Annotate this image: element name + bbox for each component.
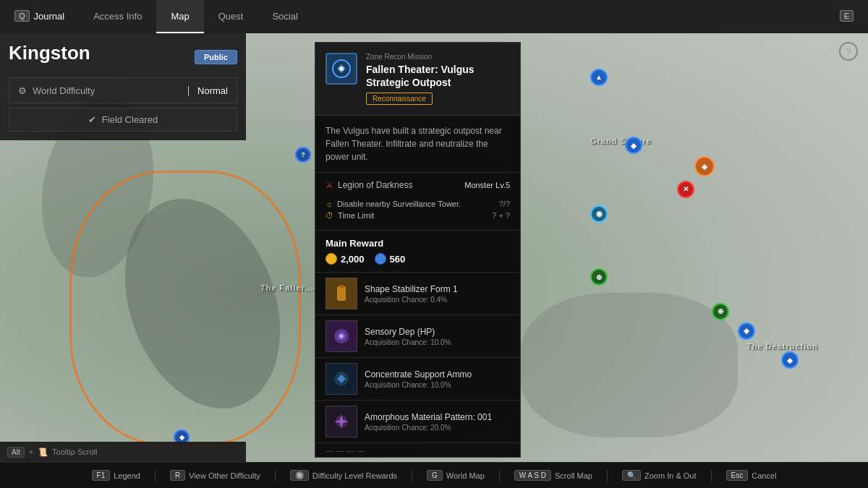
obj-label-2: Time Limit <box>338 211 374 220</box>
world-difficulty-row: ⚙ World Difficulty ｜ Normal <box>9 77 237 103</box>
svg-point-1 <box>339 67 344 71</box>
tooltip-icon: 📜 <box>38 448 48 457</box>
location-name: Kingston <box>9 42 90 64</box>
popup-header: Zone Recon Mission Fallen Theater: Vulgu… <box>315 43 520 116</box>
item-chance-3: Acquisition Chance: 10.0% <box>365 381 510 389</box>
marker-10[interactable]: ? <box>295 147 311 163</box>
label-scroll-map: Scroll Map <box>555 471 592 480</box>
nav-item-quest[interactable]: Quest <box>204 0 258 33</box>
objective-row-1: ☼ Disable nearby Surveillance Tower. ?/? <box>326 200 510 208</box>
key-g: G <box>427 470 443 481</box>
svg-rect-3 <box>339 285 344 288</box>
divider-3 <box>412 470 412 481</box>
reward-item-3: Concentrate Support Ammo Acquisition Cha… <box>315 357 520 400</box>
reward-item-2: Sensory Dep (HP) Acquisition Chance: 10.… <box>315 314 520 357</box>
key-r: R <box>170 470 185 481</box>
marker-4[interactable]: ◉ <box>590 205 608 223</box>
item-info-1: Shape Stabilizer Form 1 Acquisition Chan… <box>365 284 510 304</box>
item-info-2: Sensory Dep (HP) Acquisition Chance: 10.… <box>365 327 510 346</box>
item-img-4 <box>326 406 357 437</box>
item-chance-1: Acquisition Chance: 0.4% <box>365 296 510 304</box>
bottom-legend: F1 Legend <box>92 470 140 481</box>
item-img-2 <box>326 320 357 352</box>
svg-point-6 <box>340 335 343 338</box>
world-difficulty-value: Normal <box>197 85 228 96</box>
key-wasd: W A S D <box>514 470 551 481</box>
popup-description: The Vulgus have built a strategic outpos… <box>315 116 520 173</box>
label-world-map: World Map <box>446 471 485 480</box>
tooltip-label: Tooltip Scroll <box>52 448 97 456</box>
obj-icon-1: ☼ <box>326 200 333 208</box>
item-info-4: Amorphous Material Pattern: 001 Acquisit… <box>365 412 510 432</box>
public-badge-button[interactable]: Public <box>195 50 237 64</box>
label-difficulty-rewards: Difficulty Level Rewards <box>312 471 397 480</box>
item-chance-4: Acquisition Chance: 20.0% <box>365 424 510 432</box>
key-hint-q: Q <box>14 10 30 22</box>
item-img-1 <box>326 278 357 309</box>
nav-item-e[interactable]: E <box>825 0 868 33</box>
main-reward-title: Main Reward <box>315 231 520 253</box>
marker-1[interactable]: ▲ <box>590 69 608 86</box>
bottom-cancel[interactable]: Esc Cancel <box>726 470 777 481</box>
mission-icon <box>326 53 357 85</box>
obj-value-1: ?/? <box>499 200 510 208</box>
nav-item-journal[interactable]: Q Journal <box>0 0 79 33</box>
divider-6 <box>711 470 712 481</box>
item-name-2: Sensory Dep (HP) <box>365 327 510 337</box>
world-difficulty-separator: ｜ <box>184 84 193 97</box>
key-joystick: 🔘 <box>290 470 309 481</box>
svg-rect-2 <box>337 286 346 301</box>
bottom-other-difficulty[interactable]: R View Other Difficulty <box>170 470 260 481</box>
terrain-shape-3 <box>521 293 738 437</box>
nav-label-access-info: Access Info <box>93 11 142 22</box>
popup-title: Fallen Theater: Vulgus Strategic Outpost <box>366 63 510 89</box>
key-esc: Esc <box>726 470 749 481</box>
divider-5 <box>607 470 608 481</box>
world-difficulty-icon: ⚙ <box>18 85 27 96</box>
item-img-3 <box>326 363 357 395</box>
bottom-difficulty-rewards[interactable]: 🔘 Difficulty Level Rewards <box>290 470 397 481</box>
reward-item-1: Shape Stabilizer Form 1 Acquisition Chan… <box>315 272 520 314</box>
nav-item-access-info[interactable]: Access Info <box>79 0 156 33</box>
obj-value-2: ? + ? <box>492 211 510 220</box>
world-difficulty-label: World Difficulty <box>33 85 95 96</box>
field-cleared-label: Field Cleared <box>102 114 158 125</box>
sidebar: Kingston Public ⚙ World Difficulty ｜ Nor… <box>0 33 246 140</box>
label-zoom: Zoom In & Out <box>644 471 697 480</box>
obj-icon-2: ⏱ <box>326 211 333 220</box>
reward-item-partial: — — — — <box>315 442 520 457</box>
alt-key: Alt <box>7 447 25 458</box>
currency-gold: 2,000 <box>326 253 365 265</box>
nav-item-social[interactable]: Social <box>258 0 312 33</box>
bottom-world-map[interactable]: G World Map <box>427 470 485 481</box>
marker-6[interactable]: ✕ <box>677 181 694 198</box>
popup-subtitle: Zone Recon Mission <box>366 53 510 61</box>
obj-label-1: Disable nearby Surveillance Tower. <box>337 200 461 208</box>
marker-7[interactable]: ◆ <box>738 322 755 340</box>
nav-item-map[interactable]: Map <box>156 0 203 33</box>
nav-label-quest: Quest <box>218 11 244 22</box>
marker-8[interactable]: ◆ <box>781 351 799 369</box>
top-nav: Q Journal Access Info Map Quest Social E <box>0 0 868 33</box>
key-f1: F1 <box>92 470 111 481</box>
nav-label-map: Map <box>171 11 189 22</box>
enemy-icon: ⚔ <box>326 180 333 190</box>
label-legend: Legend <box>114 471 140 480</box>
reward-currency-row: 2,000 560 <box>315 253 520 272</box>
popup-title-area: Zone Recon Mission Fallen Theater: Vulgu… <box>366 53 510 105</box>
marker-3[interactable]: ◈ <box>694 156 715 176</box>
key-zoom: 🔍 <box>622 470 641 481</box>
item-info-3: Concentrate Support Ammo Acquisition Cha… <box>365 369 510 389</box>
popup-stats: ⚔ Legion of Darkness Monster Lv.5 ☼ Disa… <box>315 173 520 231</box>
popup-type-badge: Reconnaissance <box>366 93 433 105</box>
blue-currency-icon <box>375 253 386 265</box>
help-button[interactable]: ? <box>839 42 858 61</box>
marker-2[interactable]: ◆ <box>625 137 642 154</box>
gold-icon <box>326 253 337 265</box>
nav-label-journal: Journal <box>34 11 65 22</box>
marker-9[interactable]: ⊕ <box>712 303 729 320</box>
item-name-3: Concentrate Support Ammo <box>365 369 510 380</box>
tooltip-plus: + <box>29 448 33 456</box>
area-label-grand-square: Grand Square <box>590 137 652 145</box>
currency-blue: 560 <box>375 253 406 265</box>
